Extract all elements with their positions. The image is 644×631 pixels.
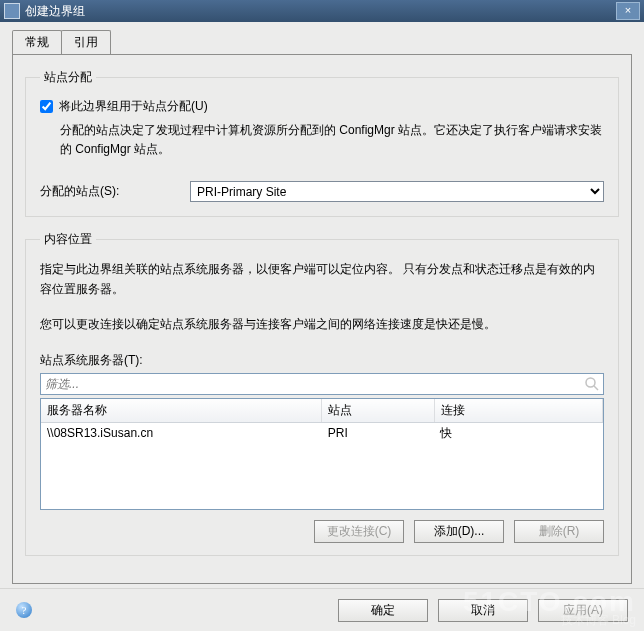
cancel-button[interactable]: 取消: [438, 599, 528, 622]
group-site-assignment: 站点分配 将此边界组用于站点分配(U) 分配的站点决定了发现过程中计算机资源所分…: [25, 69, 619, 217]
dialog-window: 创建边界组 × 常规 引用 站点分配 将此边界组用于站点分配(U) 分配的站点决…: [0, 0, 644, 631]
apply-button[interactable]: 应用(A): [538, 599, 628, 622]
assigned-site-row: 分配的站点(S): PRI-Primary Site: [40, 181, 604, 202]
use-for-site-assignment-row: 将此边界组用于站点分配(U): [40, 98, 604, 115]
cell-server-name: \\08SR13.iSusan.cn: [41, 422, 322, 444]
title-bar: 创建边界组 ×: [0, 0, 644, 22]
site-system-servers-label: 站点系统服务器(T):: [40, 352, 604, 369]
site-assignment-description: 分配的站点决定了发现过程中计算机资源所分配到的 ConfigMgr 站点。它还决…: [60, 121, 604, 159]
cell-connection: 快: [434, 422, 602, 444]
assigned-site-dropdown[interactable]: PRI-Primary Site: [190, 181, 604, 202]
group-content-location: 内容位置 指定与此边界组关联的站点系统服务器，以便客户端可以定位内容。 只有分发…: [25, 231, 619, 556]
change-connection-button[interactable]: 更改连接(C): [314, 520, 404, 543]
table-row[interactable]: \\08SR13.iSusan.cn PRI 快: [41, 422, 603, 444]
group-site-assignment-legend: 站点分配: [40, 69, 96, 86]
filter-wrap: [40, 373, 604, 395]
app-icon: [4, 3, 20, 19]
assigned-site-label: 分配的站点(S):: [40, 183, 190, 200]
col-site[interactable]: 站点: [322, 399, 434, 423]
tab-strip: 常规 引用: [12, 32, 632, 54]
cell-site: PRI: [322, 422, 434, 444]
window-title: 创建边界组: [25, 3, 616, 20]
help-icon[interactable]: ?: [16, 602, 32, 618]
filter-input[interactable]: [40, 373, 604, 395]
table-header-row: 服务器名称 站点 连接: [41, 399, 603, 423]
col-server-name[interactable]: 服务器名称: [41, 399, 322, 423]
tab-page: 站点分配 将此边界组用于站点分配(U) 分配的站点决定了发现过程中计算机资源所分…: [12, 54, 632, 584]
content-location-desc-1: 指定与此边界组关联的站点系统服务器，以便客户端可以定位内容。 只有分发点和状态迁…: [40, 260, 604, 298]
content-location-desc-2: 您可以更改连接以确定站点系统服务器与连接客户端之间的网络连接速度是快还是慢。: [40, 315, 604, 334]
use-for-site-assignment-checkbox[interactable]: [40, 100, 53, 113]
servers-table: 服务器名称 站点 连接 \\08SR13.iSusan.cn PRI 快: [40, 398, 604, 510]
ok-button[interactable]: 确定: [338, 599, 428, 622]
group-content-location-legend: 内容位置: [40, 231, 96, 248]
col-connection[interactable]: 连接: [434, 399, 602, 423]
svg-point-0: [586, 378, 595, 387]
tab-general[interactable]: 常规: [12, 30, 62, 54]
search-icon: [584, 376, 600, 392]
tab-references[interactable]: 引用: [61, 30, 111, 54]
bottom-bar: ? 确定 取消 应用(A): [0, 588, 644, 631]
svg-line-1: [594, 386, 598, 390]
dialog-body: 常规 引用 站点分配 将此边界组用于站点分配(U) 分配的站点决定了发现过程中计…: [0, 22, 644, 631]
add-button[interactable]: 添加(D)...: [414, 520, 504, 543]
remove-button[interactable]: 删除(R): [514, 520, 604, 543]
close-icon[interactable]: ×: [616, 2, 640, 20]
use-for-site-assignment-label: 将此边界组用于站点分配(U): [59, 98, 208, 115]
server-buttons-row: 更改连接(C) 添加(D)... 删除(R): [40, 520, 604, 543]
